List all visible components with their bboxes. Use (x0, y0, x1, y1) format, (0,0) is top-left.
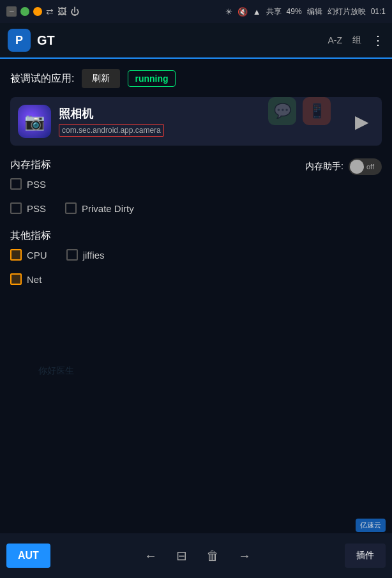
more-options-button[interactable]: ⋮ (372, 33, 384, 48)
toggle-knob (350, 160, 364, 174)
green-dot-icon (20, 7, 29, 16)
app-package: com.sec.android.app.camera (59, 124, 164, 137)
delete-button[interactable]: 🗑 (202, 545, 223, 567)
bluetooth-icon: ✳ (225, 7, 232, 17)
cpu-checkbox[interactable] (10, 249, 22, 261)
app-bar: P GT A-Z 组 ⋮ (0, 23, 392, 59)
bg-icon-wechat: 💬 (268, 97, 296, 125)
bottom-bar: AUT ← ⊟ 🗑 → 插件 (0, 533, 392, 578)
sort-az-label[interactable]: A-Z (328, 35, 342, 45)
slideshow-label: 幻灯片放映 (328, 6, 366, 17)
app-card[interactable]: 💬 📱 📷 照相机 com.sec.android.app.camera ▶ (10, 97, 382, 146)
tested-app-row: 被调试的应用: 刷新 running (10, 69, 382, 88)
back-button[interactable]: ← (140, 545, 161, 567)
running-badge: running (128, 70, 175, 87)
battery-percentage: 49% (287, 7, 302, 16)
other-indicators-section: 其他指标 CPU jiffies Net (10, 229, 382, 291)
minus-icon: − (6, 6, 17, 17)
net-checkbox-row: Net (10, 273, 41, 285)
jiffies-label: jiffies (83, 250, 105, 261)
private-dirty-checkbox[interactable] (65, 202, 77, 214)
memory-assist-label: 内存助手: (305, 161, 343, 172)
plugin-button[interactable]: 插件 (345, 544, 386, 568)
aut-button[interactable]: AUT (6, 544, 50, 568)
pss-checkbox-row: PSS (10, 178, 46, 190)
app-title: GT (37, 33, 321, 48)
status-bar: − ⇄ 🖼 ⏻ ✳ 🔇 ▲ 共享 49% 编辑 幻灯片放映 01:1 (0, 0, 392, 23)
private-dirty-checkbox-row: Private Dirty (65, 202, 134, 214)
jiffies-checkbox-row: jiffies (66, 249, 105, 261)
pss-checkbox-2[interactable] (10, 202, 22, 214)
share-label: 共享 (266, 6, 282, 17)
pss-checkbox-row-2: PSS (10, 202, 46, 214)
screen-button[interactable]: ⊟ (172, 544, 191, 567)
tested-app-label: 被调试的应用: (10, 72, 74, 86)
cpu-checkbox-row: CPU (10, 249, 47, 261)
other-section-label: 其他指标 (10, 229, 382, 243)
memory-checkboxes: PSS (10, 178, 305, 196)
main-content: 被调试的应用: 刷新 running 💬 📱 📷 照相机 com.sec.and… (0, 59, 392, 301)
camera-app-icon: 📷 (18, 105, 51, 138)
app-logo: P (8, 29, 31, 52)
net-checkbox[interactable] (10, 273, 22, 285)
wifi-icon: ▲ (253, 7, 261, 17)
status-icon-image: 🖼 (57, 6, 66, 17)
edit-group-label[interactable]: 组 (352, 34, 361, 46)
orange-dot-icon (33, 7, 42, 16)
other-row1: CPU jiffies (10, 249, 382, 267)
toggle-off-text: off (366, 163, 374, 171)
bg-icon-other: 📱 (303, 97, 331, 125)
bg-text-nihao: 你好医生 (38, 365, 74, 377)
watermark: 亿速云 (356, 519, 386, 532)
pss-checkbox[interactable] (10, 178, 22, 190)
private-dirty-label: Private Dirty (82, 203, 134, 214)
net-label: Net (27, 274, 41, 285)
status-icon-power: ⏻ (70, 6, 79, 17)
memory-section: 内存指标 PSS 内存助手: off (10, 158, 382, 200)
memory-section-label: 内存指标 (10, 158, 305, 172)
bg-app-icons: 💬 📱 (268, 97, 331, 125)
refresh-button[interactable]: 刷新 (82, 69, 120, 88)
app-arrow-icon[interactable]: ▶ (355, 111, 374, 132)
jiffies-checkbox[interactable] (66, 249, 78, 261)
memory-right: 内存助手: off (305, 158, 382, 175)
forward-button[interactable]: → (234, 545, 255, 567)
other-row2: Net (10, 273, 382, 291)
status-bar-right: ✳ 🔇 ▲ 共享 49% 编辑 幻灯片放映 01:1 (225, 6, 386, 17)
cpu-label: CPU (27, 250, 47, 261)
pss-label-2: PSS (27, 203, 46, 214)
toolbar-spacer: ← ⊟ 🗑 → (56, 544, 340, 567)
memory-left: 内存指标 PSS (10, 158, 305, 200)
status-bar-left: − ⇄ 🖼 ⏻ (6, 6, 79, 17)
status-icon-arrows: ⇄ (46, 6, 54, 17)
memory-checkboxes-row2: PSS Private Dirty (10, 202, 382, 220)
app-bar-actions: A-Z 组 ⋮ (328, 33, 384, 48)
time-display: 01:1 (371, 7, 386, 16)
pss-label: PSS (27, 179, 46, 190)
edit-label: 编辑 (307, 6, 322, 17)
volume-icon: 🔇 (237, 7, 248, 17)
memory-assist-toggle[interactable]: off (349, 158, 382, 175)
